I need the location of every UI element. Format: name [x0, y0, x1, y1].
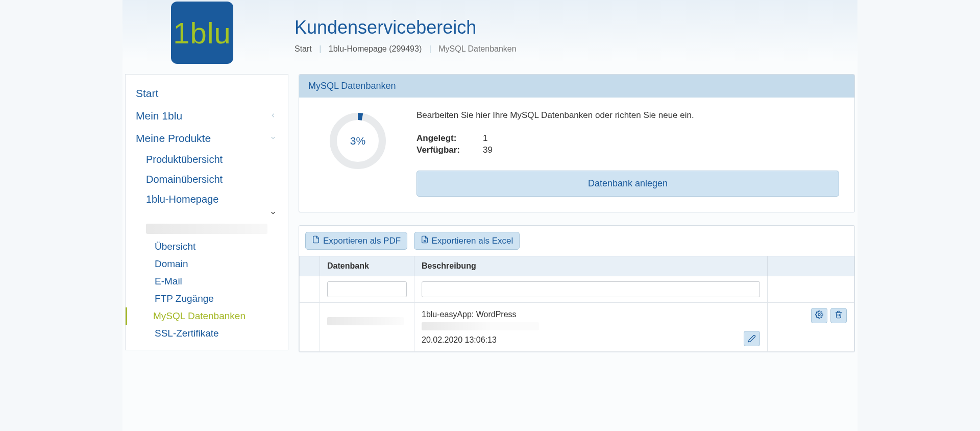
button-label: Exportieren als PDF	[323, 236, 401, 246]
panel-body: 3% Bearbeiten Sie hier Ihre MySQL Datenb…	[299, 98, 854, 212]
description-cell: 1blu-easyApp: WordPress 20.02.2020 13:06…	[422, 308, 539, 346]
database-table: Datenbank Beschreibung	[299, 256, 854, 352]
database-name-redacted	[327, 317, 404, 325]
breadcrumb-start[interactable]: Start	[295, 44, 312, 53]
info-row-angelegt: Angelegt: 1	[416, 133, 839, 143]
toolbar: Exportieren als PDF Exportieren als Exce…	[299, 226, 854, 256]
svg-point-2	[818, 314, 820, 316]
donut-chart: 3%	[314, 110, 401, 172]
panel-database-list: Exportieren als PDF Exportieren als Exce…	[299, 225, 855, 352]
sidebar-item-domain[interactable]: Domain	[126, 255, 288, 273]
sidebar-item-domainuebersicht[interactable]: Domainübersicht	[126, 170, 288, 189]
breadcrumb-sep: |	[429, 44, 431, 53]
table-row: 1blu-easyApp: WordPress 20.02.2020 13:06…	[300, 303, 854, 352]
settings-button[interactable]	[811, 308, 827, 323]
description-date: 20.02.2020 13:06:13	[422, 333, 539, 347]
sidebar-item-start[interactable]: Start	[126, 82, 288, 105]
panel-mysql-overview: MySQL Datenbanken 3% Bearbeiten Sie hier…	[299, 74, 855, 212]
gear-icon	[815, 310, 823, 321]
page-container: 1blu Kundenservicebereich Start | 1blu-H…	[122, 0, 857, 431]
sidebar-item-ftp[interactable]: FTP Zugänge	[126, 290, 288, 307]
info-label: Angelegt:	[416, 133, 483, 143]
export-excel-button[interactable]: Exportieren als Excel	[414, 232, 520, 250]
sidebar-item-meineprodukte[interactable]: Meine Produkte	[126, 127, 288, 150]
table-header-beschreibung: Beschreibung	[414, 256, 768, 276]
filter-beschreibung-input[interactable]	[422, 281, 760, 297]
sidebar-item-uebersicht[interactable]: Übersicht	[126, 238, 288, 255]
info-label: Verfügbar:	[416, 145, 483, 155]
pdf-icon	[312, 235, 323, 246]
breadcrumb-mid[interactable]: 1blu-Homepage (299493)	[329, 44, 422, 53]
sidebar-item-label: Mein 1blu	[136, 110, 182, 122]
delete-button[interactable]	[830, 308, 847, 323]
button-label: Exportieren als Excel	[432, 236, 513, 246]
logo: 1blu	[171, 2, 233, 64]
create-database-button[interactable]: Datenbank anlegen	[416, 171, 839, 197]
description-app: 1blu-easyApp: WordPress	[422, 308, 539, 321]
row-actions	[775, 308, 847, 323]
info-text: Bearbeiten Sie hier Ihre MySQL Datenbank…	[416, 110, 839, 121]
table-header-checkbox	[300, 256, 320, 276]
info-value: 39	[483, 145, 493, 155]
sidebar-item-label: Start	[136, 87, 158, 100]
sidebar-sub-chevron-row	[126, 209, 288, 224]
chevron-down-icon	[270, 133, 277, 144]
filter-datenbank-input[interactable]	[327, 281, 407, 297]
breadcrumb-sep: |	[319, 44, 321, 53]
table-filter-row	[300, 276, 854, 303]
sidebar-item-mein1blu[interactable]: Mein 1blu	[126, 105, 288, 127]
sidebar-item-produktuebersicht[interactable]: Produktübersicht	[126, 150, 288, 170]
sidebar-item-ssl[interactable]: SSL-Zertifikate	[126, 325, 288, 342]
sidebar-item-mysql[interactable]: MySQL Datenbanken	[126, 307, 288, 325]
export-pdf-button[interactable]: Exportieren als PDF	[305, 232, 407, 250]
edit-button[interactable]	[744, 331, 760, 346]
sidebar: Start Mein 1blu Meine Produkte Produktüb…	[125, 74, 288, 350]
breadcrumb-current: MySQL Datenbanken	[438, 44, 516, 53]
info-row-verfuegbar: Verfügbar: 39	[416, 145, 839, 155]
header: 1blu Kundenservicebereich Start | 1blu-H…	[122, 0, 857, 74]
sidebar-item-homepage[interactable]: 1blu-Homepage	[126, 189, 288, 209]
info-area: Bearbeiten Sie hier Ihre MySQL Datenbank…	[416, 110, 839, 197]
info-value: 1	[483, 133, 487, 143]
table-header-actions	[768, 256, 854, 276]
logo-text: 1blu	[173, 16, 231, 50]
header-content: Kundenservicebereich Start | 1blu-Homepa…	[295, 2, 517, 54]
page-title: Kundenservicebereich	[295, 17, 517, 38]
breadcrumb: Start | 1blu-Homepage (299493) | MySQL D…	[295, 44, 517, 54]
content: MySQL Datenbanken 3% Bearbeiten Sie hier…	[288, 74, 855, 365]
main-area: Start Mein 1blu Meine Produkte Produktüb…	[122, 74, 857, 365]
panel-header: MySQL Datenbanken	[299, 75, 854, 98]
sidebar-item-label: Meine Produkte	[136, 132, 211, 145]
chevron-down-icon	[270, 209, 277, 219]
table-header-datenbank: Datenbank	[320, 256, 414, 276]
excel-icon	[421, 235, 432, 246]
donut-percent-label: 3%	[350, 135, 365, 147]
sidebar-item-redacted[interactable]	[146, 224, 267, 234]
description-redacted	[422, 322, 539, 330]
sidebar-item-email[interactable]: E-Mail	[126, 273, 288, 290]
trash-icon	[835, 310, 843, 321]
chevron-left-icon	[270, 111, 277, 122]
